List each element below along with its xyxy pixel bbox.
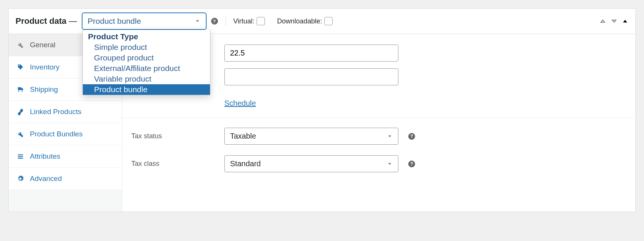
tab-attributes[interactable]: Attributes xyxy=(9,145,122,168)
tab-label: Inventory xyxy=(30,63,59,71)
dropdown-item-simple[interactable]: Simple product xyxy=(83,42,210,53)
tax-class-label: Tax class xyxy=(131,160,215,168)
schedule-link[interactable]: Schedule xyxy=(224,99,256,107)
list-icon xyxy=(17,153,25,160)
panel-collapse-controls xyxy=(599,17,628,25)
panel-header: Product data — Product bundle Product Ty… xyxy=(9,9,635,34)
tab-label: Product Bundles xyxy=(30,130,82,138)
divider xyxy=(226,16,226,26)
chevron-down-icon xyxy=(387,133,393,139)
tab-label: Attributes xyxy=(30,152,60,161)
help-icon[interactable]: ? xyxy=(408,161,415,167)
product-type-select[interactable]: Product bundle Product Type Simple produ… xyxy=(82,12,207,30)
wrench-icon xyxy=(17,42,25,48)
tab-product-bundles[interactable]: Product Bundles xyxy=(9,123,122,145)
virtual-label: Virtual: xyxy=(233,17,255,25)
tax-status-label: Tax status xyxy=(131,132,215,140)
sale-price-input[interactable] xyxy=(224,68,398,85)
move-up-button[interactable] xyxy=(599,17,607,25)
tab-label: Shipping xyxy=(30,85,58,94)
help-icon[interactable]: ? xyxy=(211,18,218,25)
regular-price-input[interactable] xyxy=(224,45,398,62)
chevron-down-icon xyxy=(387,161,393,167)
tab-label: Linked Products xyxy=(30,108,81,116)
downloadable-label: Downloadable: xyxy=(277,17,322,25)
downloadable-option: Downloadable: xyxy=(277,17,333,25)
move-down-button[interactable] xyxy=(610,17,618,25)
product-type-selected-label: Product bundle xyxy=(88,17,141,26)
downloadable-checkbox[interactable] xyxy=(324,17,333,25)
link-icon xyxy=(17,108,25,115)
tab-advanced[interactable]: Advanced xyxy=(9,168,122,190)
gear-icon xyxy=(17,175,25,182)
dropdown-item-grouped[interactable]: Grouped product xyxy=(83,53,210,63)
tax-class-select[interactable]: Standard xyxy=(224,155,398,172)
product-type-dropdown: Product Type Simple product Grouped prod… xyxy=(82,30,210,95)
truck-icon xyxy=(17,86,25,93)
dropdown-item-variable[interactable]: Variable product xyxy=(83,74,210,84)
tax-status-select[interactable]: Taxable xyxy=(224,128,398,145)
tab-label: Advanced xyxy=(30,175,62,183)
tax-class-row: Tax class Standard ? xyxy=(131,150,626,178)
panel-title: Product data — xyxy=(16,16,77,26)
wrench-icon xyxy=(17,131,25,137)
collapse-toggle[interactable] xyxy=(622,18,628,25)
chevron-down-icon xyxy=(194,18,201,24)
tax-status-value: Taxable xyxy=(230,132,256,141)
dropdown-group-label: Product Type xyxy=(83,30,210,42)
tab-linked-products[interactable]: Linked Products xyxy=(9,101,122,123)
tax-status-row: Tax status Taxable ? xyxy=(131,122,626,150)
tab-label: General xyxy=(30,41,56,49)
tag-icon xyxy=(17,64,25,71)
divider xyxy=(122,117,635,118)
dropdown-item-bundle[interactable]: Product bundle xyxy=(83,84,210,95)
help-icon[interactable]: ? xyxy=(408,133,415,140)
product-data-panel: Product data — Product bundle Product Ty… xyxy=(8,8,636,212)
tax-class-value: Standard xyxy=(230,159,261,168)
dropdown-item-external[interactable]: External/Affiliate product xyxy=(83,63,210,74)
virtual-checkbox[interactable] xyxy=(257,17,265,25)
virtual-option: Virtual: xyxy=(233,17,265,25)
